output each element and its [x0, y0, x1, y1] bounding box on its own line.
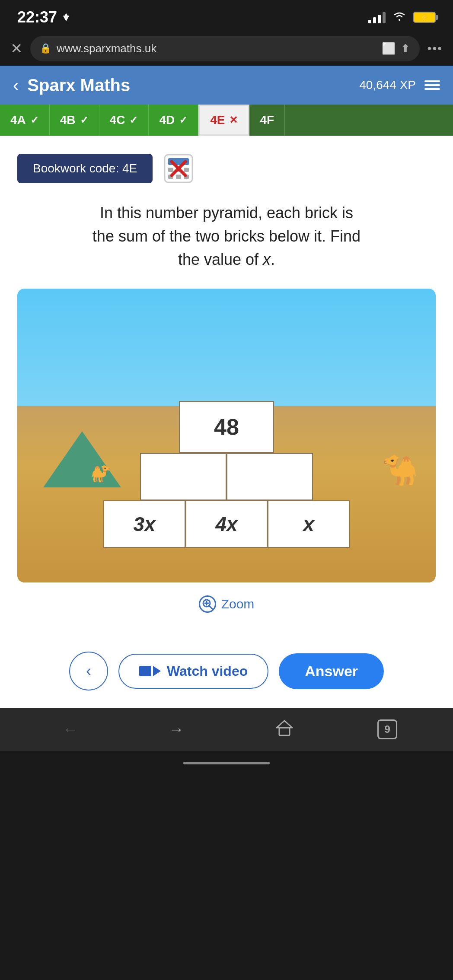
browser-forward-button[interactable]: →: [162, 717, 191, 742]
x-icon: ✕: [229, 114, 238, 126]
status-icons: ⚡: [368, 10, 436, 25]
signal-bars: [368, 11, 386, 23]
url-text: www.sparxmaths.uk: [57, 42, 376, 55]
zoom-icon: [199, 595, 216, 613]
calculator-icon: [163, 153, 194, 184]
mid-row: [140, 453, 313, 500]
bookmark-icon[interactable]: ⬜: [382, 42, 396, 55]
home-indicator-bar: [183, 762, 270, 764]
app-header: ‹ Sparx Maths 40,644 XP: [0, 66, 453, 105]
tabs-count-button[interactable]: 9: [377, 719, 397, 739]
tab-4e[interactable]: 4E ✕: [198, 105, 249, 136]
browser-home-button[interactable]: [268, 716, 301, 744]
browser-bottom-nav: ← → 9: [0, 708, 453, 751]
bottom-nav: ‹ Watch video Answer: [0, 643, 453, 708]
answer-button[interactable]: Answer: [279, 653, 384, 689]
main-content: Bookwork code: 4E In this number pyramid…: [0, 136, 453, 643]
bot-left-brick: 3x: [103, 500, 185, 548]
status-time: 22:37: [17, 8, 71, 26]
zoom-row: Zoom: [17, 595, 436, 613]
location-icon: [61, 13, 71, 22]
tab-4c[interactable]: 4C ✓: [99, 105, 149, 136]
tab-4d[interactable]: 4D ✓: [149, 105, 198, 136]
bot-row: 3x 4x x: [103, 500, 350, 548]
bot-mid-brick: 4x: [185, 500, 268, 548]
xp-display: 40,644 XP: [359, 78, 416, 92]
bricks-container: 48 3x 4x x: [103, 401, 350, 548]
svg-rect-15: [279, 728, 290, 735]
previous-button[interactable]: ‹: [69, 652, 108, 690]
bot-right-brick: x: [268, 500, 350, 548]
check-icon: ✓: [80, 114, 89, 126]
battery-icon: ⚡: [413, 12, 436, 23]
video-icon: [139, 666, 161, 676]
close-tab-button[interactable]: ✕: [10, 41, 22, 56]
watch-video-label: Watch video: [167, 663, 248, 679]
watch-video-button[interactable]: Watch video: [118, 654, 268, 689]
back-button[interactable]: ‹: [13, 76, 19, 95]
tab-4b[interactable]: 4B ✓: [50, 105, 99, 136]
top-brick: 48: [179, 401, 274, 453]
check-icon: ✓: [129, 114, 138, 126]
svg-marker-14: [277, 721, 292, 728]
question-text: In this number pyramid, each brick is th…: [17, 201, 436, 271]
camel-large-icon: 🐪: [382, 453, 418, 487]
mid-left-brick: [140, 453, 226, 500]
zoom-button[interactable]: Zoom: [199, 595, 255, 613]
svg-rect-2: [168, 168, 173, 172]
mid-right-brick: [226, 453, 313, 500]
svg-line-11: [209, 606, 213, 609]
browser-back-button[interactable]: ←: [56, 717, 85, 742]
more-options-button[interactable]: •••: [427, 41, 443, 55]
url-bar[interactable]: 🔒 www.sparxmaths.uk ⬜ ⬆: [30, 36, 420, 61]
pyramid-image: 🐪 🐪 48 3x 4x x: [17, 289, 436, 582]
browser-bar: ✕ 🔒 www.sparxmaths.uk ⬜ ⬆ •••: [0, 31, 453, 66]
tab-bar: 4A ✓ 4B ✓ 4C ✓ 4D ✓ 4E ✕ 4F: [0, 105, 453, 136]
zoom-label: Zoom: [221, 597, 255, 611]
check-icon: ✓: [179, 114, 188, 126]
time-display: 22:37: [17, 8, 57, 26]
lock-icon: 🔒: [40, 43, 51, 54]
top-row: 48: [179, 401, 274, 453]
tab-4f[interactable]: 4F: [249, 105, 285, 136]
status-bar: 22:37 ⚡: [0, 0, 453, 31]
bookwork-badge: Bookwork code: 4E: [17, 154, 153, 183]
app-title: Sparx Maths: [27, 76, 359, 95]
share-icon[interactable]: ⬆: [401, 42, 410, 55]
check-icon: ✓: [30, 114, 39, 126]
svg-rect-4: [184, 168, 189, 172]
svg-rect-6: [176, 175, 181, 179]
menu-button[interactable]: [424, 80, 440, 90]
wifi-icon: [392, 10, 406, 25]
bookwork-row: Bookwork code: 4E: [17, 153, 436, 184]
home-indicator: [0, 751, 453, 775]
tab-4a[interactable]: 4A ✓: [0, 105, 50, 136]
